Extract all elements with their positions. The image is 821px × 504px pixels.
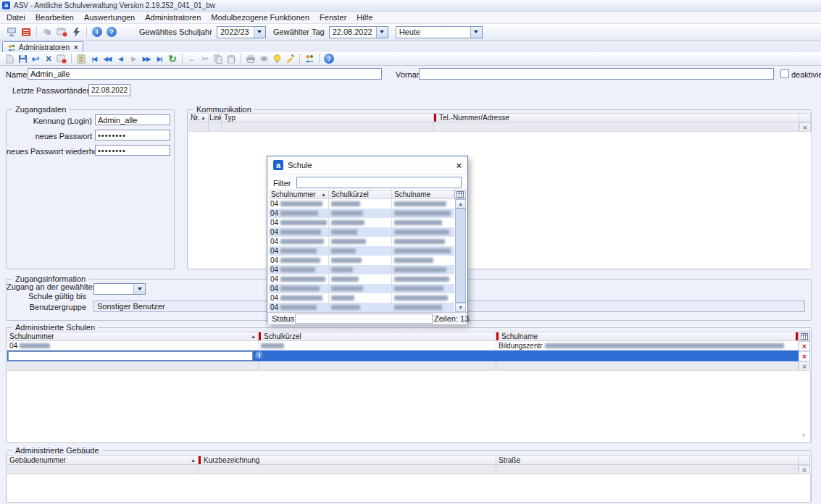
- help-icon[interactable]: ?: [104, 25, 119, 38]
- stamp-icon[interactable]: [40, 25, 54, 38]
- dialog-row[interactable]: 04: [269, 209, 454, 218]
- deaktiviert-checkbox[interactable]: [780, 70, 789, 78]
- menu-hilfe[interactable]: Hilfe: [351, 12, 378, 22]
- delete-row-icon[interactable]: ×: [799, 341, 810, 350]
- rewind-icon[interactable]: ◀◀: [101, 54, 114, 64]
- vorname-input[interactable]: [419, 68, 774, 80]
- name-input[interactable]: [28, 68, 382, 80]
- window-badge-icon[interactable]: [54, 25, 69, 38]
- print-icon[interactable]: [244, 54, 257, 64]
- filter-cell[interactable]: [209, 122, 222, 132]
- back-icon[interactable]: ←: [186, 54, 199, 64]
- dialog-row[interactable]: 04: [269, 265, 454, 274]
- menu-bearbeiten[interactable]: Bearbeiten: [30, 12, 79, 22]
- admin-schulen-table-body[interactable]: [7, 371, 811, 442]
- dialog-row[interactable]: 04: [269, 284, 454, 293]
- delete-record-icon[interactable]: ×: [42, 54, 55, 64]
- gebaeude-col-strasse[interactable]: Straße: [496, 455, 799, 465]
- cut-icon[interactable]: ✂: [199, 54, 212, 64]
- column-config-icon[interactable]: [454, 190, 466, 199]
- info-icon[interactable]: i: [90, 25, 104, 38]
- dialog-row[interactable]: 04: [269, 218, 454, 227]
- gebaeude-col-nummer[interactable]: Gebäudenummer▲: [7, 455, 199, 465]
- scrollbar-thumb[interactable]: [455, 209, 466, 303]
- hint-bulb-icon[interactable]: [270, 54, 283, 64]
- column-config-icon[interactable]: [799, 332, 810, 341]
- export-icon[interactable]: [257, 54, 270, 64]
- dialog-row[interactable]: 04: [269, 256, 454, 265]
- next-record-icon[interactable]: ▶: [127, 54, 140, 64]
- admin-gebaeude-table-body[interactable]: [7, 474, 811, 502]
- neues-passwort-input[interactable]: [95, 130, 170, 140]
- dialog-title-bar[interactable]: a Schule ×: [267, 156, 467, 175]
- delete-row-icon[interactable]: ×: [799, 351, 810, 361]
- dialog-row[interactable]: 04: [269, 237, 454, 246]
- address-book-icon[interactable]: [19, 25, 33, 38]
- kommunikation-col-nr[interactable]: Nr.▲: [188, 113, 209, 122]
- clean-broom-icon[interactable]: [283, 54, 296, 64]
- dialog-row[interactable]: 04: [269, 303, 454, 312]
- dialog-col-schulname[interactable]: Schulname: [392, 190, 454, 199]
- admin-schulen-col-schulname[interactable]: Schulname: [496, 332, 799, 341]
- filter-cell[interactable]: [496, 361, 799, 371]
- record-list-icon[interactable]: [75, 54, 88, 64]
- administrators-icon[interactable]: [303, 54, 316, 64]
- first-record-icon[interactable]: |◀: [88, 54, 101, 64]
- gebaeude-col-kurzbezeichnung[interactable]: Kurzbezeichnung: [199, 455, 496, 465]
- dialog-row[interactable]: 04: [269, 293, 454, 303]
- filter-cell[interactable]: [199, 465, 496, 474]
- clear-filter-icon[interactable]: ×: [799, 465, 810, 474]
- prev-record-icon[interactable]: ◀: [114, 54, 127, 64]
- filter-cell[interactable]: [7, 361, 259, 371]
- last-record-icon[interactable]: ▶|: [153, 54, 166, 64]
- dialog-filter-input[interactable]: [296, 177, 462, 188]
- scroll-down-icon[interactable]: ▼: [801, 432, 807, 439]
- forward-icon[interactable]: ▶▶: [140, 54, 153, 64]
- admin-schulen-col-schulnummer[interactable]: Schulnummer▲: [7, 332, 259, 341]
- info-icon[interactable]: i: [255, 351, 264, 360]
- kennung-input[interactable]: [95, 114, 170, 125]
- dialog-row[interactable]: 04: [269, 199, 454, 209]
- passwort-wiederholen-input[interactable]: [95, 145, 170, 156]
- filter-cell[interactable]: [222, 122, 434, 132]
- filter-cell[interactable]: [7, 465, 199, 474]
- tab-administratoren[interactable]: Administratoren ×: [2, 41, 83, 53]
- tag-combo[interactable]: 22.08.2022: [329, 26, 388, 38]
- dialog-close-icon[interactable]: ×: [456, 160, 462, 171]
- filter-cell[interactable]: [434, 122, 799, 132]
- kommunikation-col-typ[interactable]: Typ: [222, 113, 434, 122]
- filter-cell[interactable]: [496, 465, 799, 474]
- dialog-row[interactable]: 04: [269, 227, 454, 237]
- tab-close-icon[interactable]: ×: [74, 43, 78, 51]
- schule-row-schulnummer[interactable]: 04: [7, 341, 259, 350]
- scroll-down-icon[interactable]: ▼: [455, 303, 466, 312]
- gueltig-bis-combo[interactable]: [93, 283, 146, 295]
- save-icon[interactable]: [16, 54, 29, 64]
- filter-cell[interactable]: [259, 361, 496, 371]
- module-help-icon[interactable]: ?: [322, 54, 336, 64]
- dialog-scrollbar[interactable]: ▲ ▼: [455, 199, 466, 312]
- schuljahr-combo[interactable]: 2022/23: [217, 26, 266, 38]
- refresh-icon[interactable]: ↻: [166, 54, 179, 64]
- kommunikation-col-link[interactable]: Link: [209, 113, 222, 122]
- clear-filter-icon[interactable]: ×: [799, 122, 811, 132]
- dialog-col-schulkuerzel[interactable]: Schulkürzel: [329, 190, 392, 199]
- dialog-col-schulnummer[interactable]: Schulnummer▲: [269, 190, 329, 199]
- new-record-icon[interactable]: [3, 54, 16, 64]
- admin-schulen-col-schulkuerzel[interactable]: Schulkürzel: [259, 332, 496, 341]
- menu-auswertungen[interactable]: Auswertungen: [79, 12, 140, 22]
- dialog-row[interactable]: 04: [269, 274, 454, 284]
- clear-filter-icon[interactable]: ×: [799, 361, 810, 371]
- menu-datei[interactable]: Datei: [1, 12, 30, 22]
- menu-administratoren[interactable]: Administratoren: [140, 12, 206, 22]
- scroll-up-icon[interactable]: ▲: [455, 199, 466, 209]
- schule-row-schulname[interactable]: Bildungszentr: [496, 341, 799, 350]
- undo-icon[interactable]: ↩: [29, 54, 42, 64]
- dialog-row[interactable]: 04: [269, 246, 454, 256]
- schulnummer-edit-input[interactable]: [8, 351, 253, 361]
- copy-icon[interactable]: [212, 54, 225, 64]
- paste-icon[interactable]: [225, 54, 238, 64]
- kommunikation-col-tel[interactable]: Tel.-Nummer/Adresse: [434, 113, 799, 122]
- filter-cell[interactable]: [188, 122, 209, 132]
- menu-modulbezogene-funktionen[interactable]: Modulbezogene Funktionen: [206, 12, 314, 22]
